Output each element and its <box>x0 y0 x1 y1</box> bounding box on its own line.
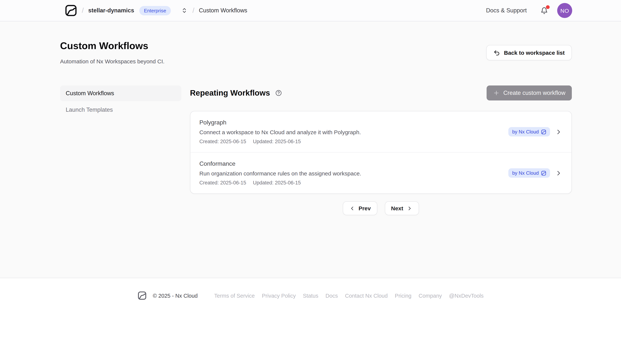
footer-links: Terms of Service Privacy Policy Status D… <box>214 293 483 299</box>
breadcrumb-org-name[interactable]: stellar-dynamics <box>88 7 134 14</box>
nx-logo-icon <box>541 129 546 134</box>
app-window: / stellar-dynamics Enterprise / Custom W… <box>0 0 621 364</box>
badge-label: by Nx Cloud <box>512 170 539 176</box>
footer-link-company[interactable]: Company <box>419 293 442 299</box>
chevron-left-icon <box>349 205 355 211</box>
breadcrumb-separator: / <box>82 7 84 15</box>
workflow-created: Created: 2025-06-15 <box>199 139 246 144</box>
breadcrumb: / stellar-dynamics Enterprise / Custom W… <box>65 4 247 17</box>
workflow-info: Conformance Run organization conformance… <box>199 160 508 186</box>
badge-label: by Nx Cloud <box>512 129 539 135</box>
org-switcher-button[interactable] <box>180 7 188 14</box>
footer-link-docs[interactable]: Docs <box>326 293 338 299</box>
create-button-label: Create custom workflow <box>503 90 566 96</box>
by-nx-cloud-badge: by Nx Cloud <box>508 127 550 136</box>
workflow-updated: Updated: 2025-06-15 <box>253 180 301 186</box>
undo-arrow-icon <box>494 49 500 56</box>
sidebar-item-label: Custom Workflows <box>66 90 114 97</box>
breadcrumb-separator: / <box>192 7 194 15</box>
workflow-row-polygraph[interactable]: Polygraph Connect a workspace to Nx Clou… <box>190 111 571 152</box>
app-header: / stellar-dynamics Enterprise / Custom W… <box>0 0 621 21</box>
workflow-name: Conformance <box>199 160 508 167</box>
workflow-description: Run organization conformance rules on th… <box>199 170 508 176</box>
pagination: Prev Next <box>190 201 572 215</box>
notification-dot <box>546 5 550 9</box>
footer-link-terms[interactable]: Terms of Service <box>214 293 255 299</box>
docs-support-link[interactable]: Docs & Support <box>486 7 527 14</box>
footer-link-pricing[interactable]: Pricing <box>395 293 412 299</box>
breadcrumb-current-page: Custom Workflows <box>199 7 247 14</box>
workflow-list: Polygraph Connect a workspace to Nx Clou… <box>190 111 572 194</box>
plus-icon <box>493 90 500 96</box>
section-header: Repeating Workflows Create custom workfl… <box>190 85 572 100</box>
footer-link-privacy[interactable]: Privacy Policy <box>262 293 296 299</box>
repeating-workflows-section: Repeating Workflows Create custom workfl… <box>190 85 572 215</box>
footer-content: © 2025 - Nx Cloud Terms of Service Priva… <box>138 291 483 300</box>
workflow-updated: Updated: 2025-06-15 <box>253 139 301 144</box>
next-page-button[interactable]: Next <box>385 201 419 215</box>
content-row: Custom Workflows Launch Templates Repeat… <box>60 85 572 215</box>
page-title-block: Custom Workflows Automation of Nx Worksp… <box>60 40 164 64</box>
footer-link-contact[interactable]: Contact Nx Cloud <box>345 293 388 299</box>
chevron-right-icon <box>555 128 562 136</box>
prev-page-button[interactable]: Prev <box>343 201 377 215</box>
header-actions: Docs & Support NO <box>486 3 572 18</box>
by-nx-cloud-badge: by Nx Cloud <box>508 168 550 178</box>
sidebar-nav: Custom Workflows Launch Templates <box>60 85 181 215</box>
prev-button-label: Prev <box>359 205 371 211</box>
chevron-right-icon <box>555 169 562 177</box>
page-title: Custom Workflows <box>60 40 164 51</box>
workflow-description: Connect a workspace to Nx Cloud and anal… <box>199 129 508 135</box>
page-subtitle: Automation of Nx Workspaces beyond CI. <box>60 58 164 64</box>
footer-link-nxdevtools[interactable]: @NxDevTools <box>449 293 483 299</box>
chevron-right-icon <box>407 205 413 211</box>
sidebar-item-launch-templates[interactable]: Launch Templates <box>60 102 181 118</box>
sidebar-item-label: Launch Templates <box>66 107 113 113</box>
workflow-meta: Created: 2025-06-15 Updated: 2025-06-15 <box>199 180 508 186</box>
workflow-meta: Created: 2025-06-15 Updated: 2025-06-15 <box>199 139 508 144</box>
sidebar-item-custom-workflows[interactable]: Custom Workflows <box>60 85 181 101</box>
help-icon[interactable] <box>275 90 282 96</box>
workflow-row-conformance[interactable]: Conformance Run organization conformance… <box>190 152 571 193</box>
user-avatar[interactable]: NO <box>557 3 572 18</box>
notifications-button[interactable] <box>540 7 548 15</box>
next-button-label: Next <box>391 205 403 211</box>
nx-cloud-logo-icon[interactable] <box>65 4 77 17</box>
main-content: Custom Workflows Automation of Nx Worksp… <box>0 21 621 278</box>
copyright-text: © 2025 - Nx Cloud <box>153 293 198 299</box>
back-button-label: Back to workspace list <box>504 49 565 56</box>
workflow-name: Polygraph <box>199 119 508 126</box>
plan-badge: Enterprise <box>139 6 171 15</box>
page-header: Custom Workflows Automation of Nx Worksp… <box>60 40 572 64</box>
back-to-workspace-list-button[interactable]: Back to workspace list <box>486 45 572 60</box>
app-footer: © 2025 - Nx Cloud Terms of Service Priva… <box>0 278 621 364</box>
footer-link-status[interactable]: Status <box>303 293 318 299</box>
chevrons-up-down-icon <box>181 7 187 14</box>
section-title: Repeating Workflows <box>190 88 270 97</box>
workflow-created: Created: 2025-06-15 <box>199 180 246 186</box>
workflow-info: Polygraph Connect a workspace to Nx Clou… <box>199 119 508 144</box>
create-custom-workflow-button[interactable]: Create custom workflow <box>486 85 572 100</box>
nx-logo-icon <box>541 170 546 176</box>
nx-cloud-footer-logo-icon <box>138 291 147 300</box>
